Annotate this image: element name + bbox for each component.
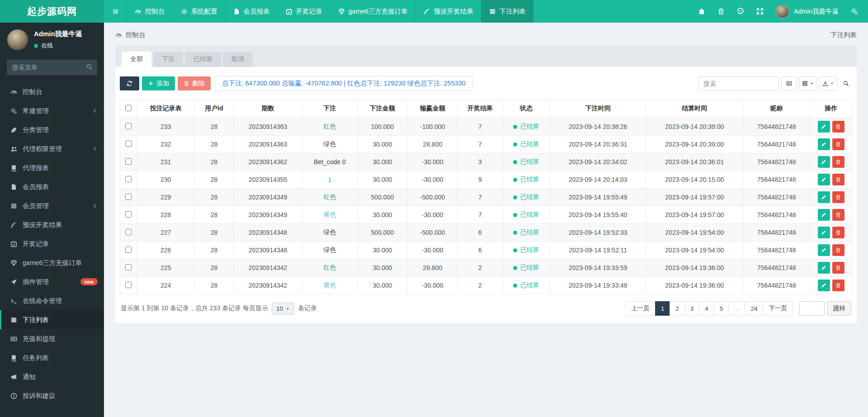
sidebar-item-3[interactable]: 代理权限管理 bbox=[0, 139, 104, 158]
top-nav-item-3[interactable]: 开奖记录 bbox=[278, 0, 330, 23]
edit-button[interactable] bbox=[818, 121, 830, 133]
pagination-page-5[interactable]: 5 bbox=[714, 301, 729, 316]
sidebar-item-4[interactable]: 代理报表 bbox=[0, 158, 104, 177]
sidebar-item-0[interactable]: 控制台 bbox=[0, 82, 104, 101]
delete-row-button[interactable] bbox=[832, 244, 844, 256]
delete-row-button[interactable] bbox=[832, 156, 844, 168]
topbar-user-name[interactable]: Admin我最牛逼 bbox=[794, 7, 839, 16]
sidebar-item-12[interactable]: 下注列表 bbox=[0, 310, 104, 329]
home-icon[interactable] bbox=[698, 8, 705, 15]
pagination-page-1[interactable]: 1 bbox=[655, 301, 670, 316]
edit-button[interactable] bbox=[818, 244, 830, 256]
sidebar-search-input[interactable] bbox=[7, 60, 97, 75]
sidebar-item-5[interactable]: 会员报表 bbox=[0, 177, 104, 196]
sidebar-item-10[interactable]: 插件管理new bbox=[0, 272, 104, 291]
fullscreen-icon[interactable] bbox=[756, 8, 764, 15]
pagination-next[interactable]: 下一页 bbox=[763, 301, 793, 316]
topbar-avatar[interactable] bbox=[776, 5, 789, 18]
sidebar-item-14[interactable]: 任务列表 bbox=[0, 348, 104, 367]
edit-button[interactable] bbox=[818, 262, 830, 274]
row-checkbox[interactable] bbox=[125, 176, 132, 182]
bet-value[interactable]: 紫色 bbox=[323, 281, 336, 289]
row-checkbox[interactable] bbox=[125, 158, 132, 165]
sidebar-item-6[interactable]: 会员管理 bbox=[0, 196, 104, 215]
pagination-page-4[interactable]: 4 bbox=[699, 301, 714, 316]
row-checkbox[interactable] bbox=[125, 141, 132, 147]
delete-button[interactable]: 删除 bbox=[178, 76, 211, 90]
sidebar-item-2[interactable]: 分类管理 bbox=[0, 120, 104, 139]
sidebar-item-1[interactable]: 常规管理 bbox=[0, 101, 104, 120]
bet-value[interactable]: 紫色 bbox=[323, 211, 336, 218]
select-all-checkbox[interactable] bbox=[125, 105, 132, 111]
row-checkbox[interactable] bbox=[125, 194, 132, 200]
tab-2[interactable]: 已结算 bbox=[185, 52, 221, 67]
delete-row-button[interactable] bbox=[832, 262, 844, 274]
sidebar-item-13[interactable]: 充值和提现 bbox=[0, 329, 104, 348]
sidebar-item-9[interactable]: game6三方充值订单 bbox=[0, 253, 104, 272]
edit-button[interactable] bbox=[818, 227, 830, 238]
row-checkbox[interactable] bbox=[125, 211, 132, 218]
sidebar-item-15[interactable]: 通知 bbox=[0, 367, 104, 386]
delete-row-button[interactable] bbox=[832, 280, 844, 291]
export-dropdown-button[interactable] bbox=[819, 76, 837, 90]
menu-toggle-button[interactable] bbox=[104, 0, 127, 23]
row-checkbox[interactable] bbox=[125, 123, 132, 129]
toggle-view-button[interactable] bbox=[781, 76, 797, 90]
settings-gears-icon[interactable] bbox=[851, 8, 858, 15]
row-checkbox[interactable] bbox=[125, 282, 132, 288]
refresh-button[interactable] bbox=[120, 76, 139, 90]
bet-value[interactable]: 红色 bbox=[323, 193, 336, 200]
trash-icon[interactable] bbox=[717, 8, 725, 15]
delete-row-button[interactable] bbox=[832, 227, 844, 238]
breadcrumb-label[interactable]: 控制台 bbox=[126, 31, 146, 39]
delete-row-button[interactable] bbox=[832, 209, 844, 221]
pagination-page-...[interactable]: ... bbox=[728, 301, 745, 316]
edit-button[interactable] bbox=[818, 280, 830, 291]
top-nav-item-2[interactable]: 会员报表 bbox=[225, 0, 278, 23]
top-nav-item-0[interactable]: 控制台 bbox=[127, 0, 173, 23]
page-size-select[interactable]: 10 bbox=[272, 303, 294, 315]
top-nav-item-6[interactable]: 下注列表 bbox=[481, 0, 533, 23]
table-search-input[interactable] bbox=[698, 76, 779, 90]
edit-button[interactable] bbox=[818, 174, 830, 185]
delete-row-button[interactable] bbox=[832, 191, 844, 203]
top-nav-item-4[interactable]: game6三方充值订单 bbox=[330, 0, 415, 23]
top-nav-item-5[interactable]: 预设开奖结果 bbox=[415, 0, 481, 23]
bet-value[interactable]: 红色 bbox=[323, 123, 336, 130]
bet-value[interactable]: 绿色 bbox=[323, 140, 336, 147]
pagination-prev[interactable]: 上一页 bbox=[625, 301, 656, 316]
delete-row-button[interactable] bbox=[832, 174, 844, 185]
tab-3[interactable]: 取消 bbox=[223, 52, 253, 67]
bet-value[interactable]: 红色 bbox=[323, 264, 336, 271]
pagination-page-24[interactable]: 24 bbox=[745, 301, 763, 316]
sidebar-item-7[interactable]: 预设开奖结果 bbox=[0, 215, 104, 234]
brand-logo[interactable]: 起步源码网 bbox=[0, 0, 104, 23]
bet-value[interactable]: 1 bbox=[328, 176, 331, 183]
delete-row-button[interactable] bbox=[832, 138, 844, 150]
tab-1[interactable]: 下注 bbox=[153, 52, 183, 67]
sidebar-item-16[interactable]: 投诉和建议 bbox=[0, 386, 104, 405]
jump-button[interactable]: 跳转 bbox=[827, 301, 851, 316]
edit-button[interactable] bbox=[818, 138, 830, 150]
add-button[interactable]: 添加 bbox=[142, 76, 175, 90]
edit-button[interactable] bbox=[818, 156, 830, 168]
jump-page-input[interactable] bbox=[799, 301, 825, 316]
pagination-page-3[interactable]: 3 bbox=[684, 301, 700, 316]
history-icon[interactable] bbox=[737, 8, 744, 15]
bet-value[interactable]: 绿色 bbox=[323, 246, 336, 253]
edit-button[interactable] bbox=[818, 209, 830, 221]
row-checkbox[interactable] bbox=[125, 229, 132, 235]
delete-row-button[interactable] bbox=[832, 121, 844, 133]
edit-button[interactable] bbox=[818, 191, 830, 203]
bet-value[interactable]: 绿色 bbox=[323, 228, 336, 236]
tab-0[interactable]: 全部 bbox=[122, 52, 151, 67]
bet-value[interactable]: Bet_code 0 bbox=[314, 158, 346, 166]
pagination-page-2[interactable]: 2 bbox=[670, 301, 685, 316]
top-nav-item-1[interactable]: 系统配置 bbox=[173, 0, 225, 23]
search-icon[interactable] bbox=[86, 64, 93, 70]
row-checkbox[interactable] bbox=[125, 264, 132, 270]
sidebar-avatar[interactable] bbox=[7, 29, 28, 50]
sidebar-item-8[interactable]: 开奖记录 bbox=[0, 234, 104, 253]
search-toggle-button[interactable] bbox=[840, 76, 852, 90]
row-checkbox[interactable] bbox=[125, 246, 132, 253]
